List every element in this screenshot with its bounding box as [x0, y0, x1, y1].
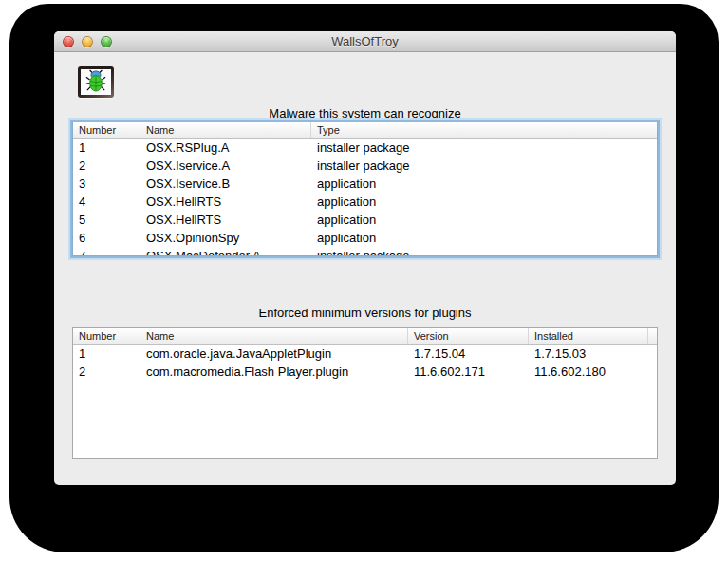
table-cell: 2 [73, 363, 140, 381]
table-cell: 11.6.602.180 [529, 363, 648, 381]
column-header[interactable]: Type [311, 122, 657, 138]
table-cell: 2 [73, 157, 140, 175]
table-cell: 5 [73, 211, 140, 229]
table-header-row: NumberNameVersionInstalled [73, 328, 657, 345]
screenshot-background: WallsOfTroy Malware this system can reco… [0, 0, 728, 561]
table-cell: com.oracle.java.JavaAppletPlugin [140, 345, 408, 363]
table-cell: 3 [73, 175, 140, 193]
table-cell: 1 [73, 345, 140, 363]
malware-table[interactable]: NumberNameType1OSX.RSPlug.Ainstaller pac… [72, 122, 658, 256]
table-cell: OSX.RSPlug.A [140, 139, 311, 157]
column-header[interactable]: Name [140, 328, 408, 344]
table-cell: 7 [73, 247, 140, 256]
table-cell: 11.6.602.171 [408, 363, 529, 381]
column-header[interactable]: Installed [529, 328, 648, 344]
table-row[interactable]: 7OSX.MacDefender.Ainstaller package [73, 247, 657, 256]
table-cell: application [311, 193, 657, 211]
plugins-section-title: Enforced minimum versions for plugins [54, 306, 676, 320]
malware-section-title: Malware this system can recognize [54, 106, 676, 121]
table-cell: com.macromedia.Flash Player.plugin [140, 363, 408, 381]
table-row[interactable]: 1OSX.RSPlug.Ainstaller package [73, 139, 657, 157]
column-header-filler [648, 328, 657, 344]
bug-icon-button[interactable] [78, 66, 114, 98]
table-row[interactable]: 1com.oracle.java.JavaAppletPlugin1.7.15.… [73, 345, 657, 363]
table-row[interactable]: 3OSX.Iservice.Bapplication [73, 175, 657, 193]
table-cell: application [311, 229, 657, 247]
table-header-row: NumberNameType [73, 122, 657, 139]
column-header[interactable]: Name [140, 122, 311, 138]
table-cell: OSX.MacDefender.A [140, 247, 311, 256]
window-title: WallsOfTroy [54, 31, 676, 52]
table-cell: OSX.OpinionSpy [140, 229, 311, 247]
table-cell: OSX.Iservice.A [140, 157, 311, 175]
title-bar[interactable]: WallsOfTroy [54, 31, 676, 52]
bug-icon [85, 69, 106, 96]
column-header[interactable]: Number [73, 328, 140, 344]
table-row[interactable]: 2com.macromedia.Flash Player.plugin11.6.… [73, 363, 657, 381]
table-cell: OSX.Iservice.B [140, 175, 311, 193]
table-cell: OSX.HellRTS [140, 211, 311, 229]
table-cell: installer package [311, 247, 657, 256]
table-row[interactable]: 5OSX.HellRTSapplication [73, 211, 657, 229]
table-row[interactable]: 2OSX.Iservice.Ainstaller package [73, 157, 657, 175]
table-row[interactable]: 4OSX.HellRTSapplication [73, 193, 657, 211]
table-cell: installer package [311, 139, 657, 157]
table-cell: 1 [73, 139, 140, 157]
column-header[interactable]: Number [73, 122, 140, 138]
table-row[interactable]: 6OSX.OpinionSpyapplication [73, 229, 657, 247]
table-cell: 1.7.15.04 [408, 345, 529, 363]
table-cell: application [311, 211, 657, 229]
table-cell: OSX.HellRTS [140, 193, 311, 211]
column-header[interactable]: Version [408, 328, 529, 344]
table-cell: installer package [311, 157, 657, 175]
table-cell: application [311, 175, 657, 193]
table-cell: 1.7.15.03 [529, 345, 648, 363]
app-window: WallsOfTroy Malware this system can reco… [54, 31, 676, 485]
table-cell: 4 [73, 193, 140, 211]
table-cell: 6 [73, 229, 140, 247]
plugins-table[interactable]: NumberNameVersionInstalled1com.oracle.ja… [72, 327, 658, 459]
